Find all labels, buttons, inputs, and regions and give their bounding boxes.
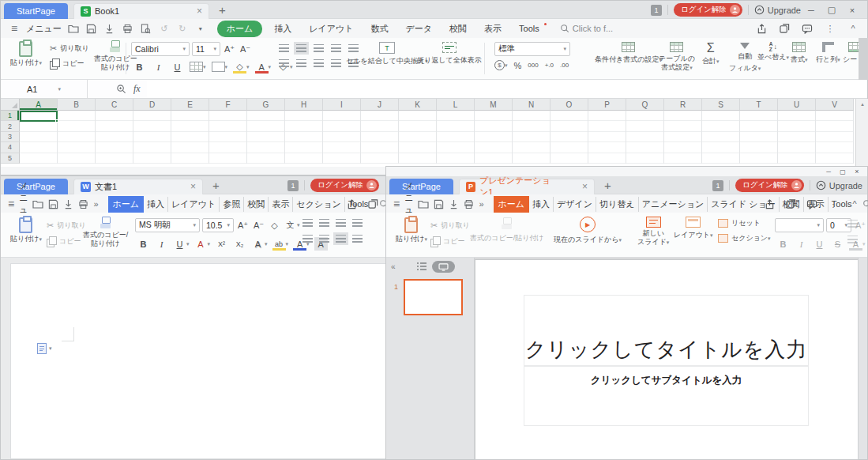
- column-header[interactable]: S: [702, 99, 740, 111]
- column-header[interactable]: V: [816, 99, 854, 111]
- writer-clear-format-icon[interactable]: ◇: [268, 219, 281, 232]
- writer-copy-button[interactable]: コピー: [47, 236, 86, 246]
- ppt-close-button[interactable]: ×: [850, 168, 864, 175]
- align-top-icon[interactable]: [279, 44, 289, 52]
- collapse-panel-icon[interactable]: «: [391, 262, 396, 271]
- fx-icon[interactable]: fx: [133, 83, 141, 95]
- decrease-font-icon[interactable]: A⁻: [239, 43, 252, 56]
- column-header[interactable]: A: [20, 99, 58, 111]
- active-cell-a1[interactable]: [20, 111, 58, 122]
- row-header[interactable]: 5: [1, 153, 20, 164]
- row-header[interactable]: 2: [1, 121, 20, 131]
- command-search[interactable]: Click to f...: [560, 24, 613, 33]
- decrease-decimal-button[interactable]: .00: [560, 62, 569, 69]
- ppt-tab-doc[interactable]: P プレゼンテーション1 ×: [459, 179, 595, 194]
- increase-font-icon[interactable]: A⁺: [223, 43, 236, 56]
- ppt-minimize-button[interactable]: ─: [821, 168, 836, 175]
- percent-format-button[interactable]: %: [514, 61, 522, 70]
- ppt-strikethrough-button[interactable]: S: [831, 237, 844, 251]
- ppt-right-strip[interactable]: [858, 258, 867, 459]
- cell-area[interactable]: [20, 111, 854, 164]
- writer-export-icon[interactable]: [63, 198, 73, 210]
- column-header[interactable]: K: [399, 99, 437, 111]
- copy-button[interactable]: コピー: [50, 58, 89, 68]
- new-window-icon[interactable]: [778, 23, 791, 35]
- column-header[interactable]: J: [361, 99, 399, 111]
- ribbon-tab[interactable]: 参照: [220, 197, 244, 212]
- ppt-upgrade-button[interactable]: Upgrade: [816, 180, 862, 190]
- ribbon-tab[interactable]: レイアウト: [168, 197, 220, 212]
- row-header[interactable]: 4: [1, 142, 20, 153]
- numbered-list-icon[interactable]: [319, 219, 329, 227]
- justify-icon[interactable]: [331, 59, 341, 67]
- row-header[interactable]: 1: [1, 111, 20, 121]
- ppt-collapse-ribbon-icon[interactable]: ^: [848, 198, 861, 210]
- ribbon-tab[interactable]: レイアウト: [300, 21, 362, 36]
- font-size-select[interactable]: 11▾: [192, 42, 220, 56]
- align-left-icon[interactable]: [279, 59, 289, 67]
- ppt-paste-button[interactable]: 貼り付け▾: [396, 217, 427, 243]
- align-bottom-icon[interactable]: [314, 44, 324, 52]
- writer-overflow-icon[interactable]: »: [93, 198, 98, 210]
- slide-view-toggle[interactable]: [432, 261, 455, 273]
- increase-decimal-button[interactable]: +.0: [545, 62, 554, 69]
- writer-tab-startpage[interactable]: StartPage: [4, 179, 68, 194]
- column-header[interactable]: R: [664, 99, 702, 111]
- line-spacing-icon[interactable]: [352, 235, 363, 243]
- writer-cut-button[interactable]: ✂切り取り: [47, 221, 86, 231]
- ppt-maximize-button[interactable]: ▢: [836, 168, 850, 175]
- sum-button[interactable]: Σ 合計▾: [702, 41, 720, 66]
- writer-italic-button[interactable]: I: [155, 237, 168, 251]
- fill-color-button[interactable]: ◇▾: [233, 60, 250, 74]
- slide-thumbnail[interactable]: [404, 279, 463, 315]
- writer-superscript-button[interactable]: X²: [215, 237, 228, 251]
- decrease-indent-icon[interactable]: [336, 219, 346, 227]
- cut-button[interactable]: ✂切り取り: [50, 43, 89, 54]
- row-header[interactable]: 3: [1, 132, 20, 142]
- ribbon-tab[interactable]: アニメーション: [639, 197, 708, 212]
- ppt-overflow-icon[interactable]: »: [479, 198, 483, 210]
- ribbon-tab[interactable]: 表示: [475, 21, 510, 36]
- writer-tab-doc[interactable]: W 文書1 ×: [73, 179, 203, 194]
- merge-center-button[interactable]: T セルを結合して中央揃え▾: [346, 42, 428, 66]
- ppt-save-icon[interactable]: [434, 198, 444, 210]
- tab-book1[interactable]: S Book1 ×: [73, 3, 209, 19]
- column-header[interactable]: F: [209, 99, 247, 111]
- ribbon-tab[interactable]: ホーム: [494, 196, 530, 213]
- more-options-icon[interactable]: ⋮: [824, 23, 836, 35]
- font-color-button[interactable]: A▾: [255, 60, 272, 74]
- align-center-icon[interactable]: [296, 59, 306, 67]
- collapse-ribbon-icon[interactable]: ^: [847, 23, 859, 35]
- font-name-select[interactable]: Calibri▾: [131, 42, 190, 56]
- writer-save-icon[interactable]: [48, 198, 58, 210]
- writer-format-painter-button[interactable]: 書式のコピー/ 貼り付け: [83, 217, 128, 248]
- title-placeholder[interactable]: クリックしてタイトルを入力: [524, 295, 809, 366]
- ppt-notification-badge[interactable]: 1: [712, 180, 723, 191]
- notification-badge[interactable]: 1: [651, 5, 662, 16]
- format-button[interactable]: 書式▾: [791, 42, 808, 64]
- minimize-button[interactable]: ─: [801, 6, 821, 15]
- cell-style-button[interactable]: ▾: [212, 62, 228, 72]
- main-menu-label[interactable]: メニュー: [26, 23, 62, 35]
- table-format-button[interactable]: テーブルの 書式設定▾: [659, 42, 695, 72]
- ppt-new-tab-plus-icon[interactable]: +: [604, 179, 611, 192]
- logout-button[interactable]: ログイン解除: [674, 3, 742, 17]
- ppt-cut-button[interactable]: ✂切り取り: [430, 221, 470, 231]
- ppt-more-options-icon[interactable]: ⋮: [827, 198, 840, 210]
- slide-canvas[interactable]: クリックしてタイトルを入力 クリックしてサブタイトルを入力: [475, 260, 858, 459]
- ribbon-tab[interactable]: セクション: [293, 197, 344, 212]
- reset-slide-button[interactable]: リセット: [718, 219, 771, 228]
- column-header[interactable]: N: [513, 99, 550, 111]
- ppt-format-painter-button[interactable]: 書式のコピー/貼り付け: [470, 217, 544, 243]
- bullet-list-icon[interactable]: [847, 220, 858, 228]
- writer-subscript-button[interactable]: X₂: [233, 237, 246, 251]
- export-pdf-icon[interactable]: [103, 23, 116, 35]
- column-header[interactable]: H: [285, 99, 323, 111]
- slide-layout-button[interactable]: レイアウト▾: [674, 217, 713, 239]
- ppt-command-search[interactable]: Cli...: [862, 199, 868, 209]
- writer-decrease-font-icon[interactable]: A⁻: [252, 219, 265, 232]
- ppt-open-file-icon[interactable]: [418, 198, 429, 210]
- writer-highlight-button[interactable]: ab▾: [272, 237, 289, 251]
- ppt-font-name-select[interactable]: ▾: [775, 218, 824, 232]
- main-menu-icon[interactable]: ≡: [8, 23, 21, 35]
